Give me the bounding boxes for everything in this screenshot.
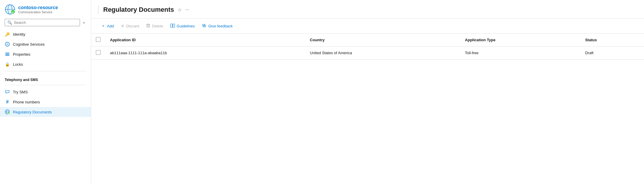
sidebar-item-try-sms[interactable]: Try SMS xyxy=(0,87,91,97)
sidebar-item-cognitive-services[interactable]: Cognitive Services xyxy=(0,39,91,49)
row-checkbox-cell xyxy=(91,47,105,60)
cell-application-id[interactable]: ab111aaa-1111-111a-abaaba11b xyxy=(105,47,305,60)
header-divider xyxy=(98,5,99,14)
cell-application-type: Toll-free xyxy=(460,47,580,60)
regulatory-documents-table: Application ID Country Application Type … xyxy=(91,34,644,60)
guidelines-label: Guidelines xyxy=(177,24,195,28)
sidebar-header: contoso-resource Communication Service xyxy=(0,0,91,18)
sidebar-item-label: Properties xyxy=(13,52,30,57)
globe-reg-icon xyxy=(5,109,10,115)
svg-rect-6 xyxy=(5,54,9,54)
cell-country: United States of America xyxy=(305,47,460,60)
col-country: Country xyxy=(305,34,460,47)
discard-label: Discard xyxy=(126,24,139,28)
guidelines-icon xyxy=(170,24,175,29)
svg-rect-5 xyxy=(5,53,9,53)
guidelines-button[interactable]: Guidelines xyxy=(167,22,198,30)
delete-button[interactable]: Delete xyxy=(143,22,166,30)
sidebar-item-regulatory-documents[interactable]: Regulatory Documents xyxy=(0,107,91,117)
delete-label: Delete xyxy=(152,24,163,28)
sidebar-item-label: Regulatory Documents xyxy=(13,110,52,114)
select-all-checkbox[interactable] xyxy=(96,37,101,42)
header-checkbox-col xyxy=(91,34,105,47)
resource-type: Communication Service xyxy=(18,10,58,14)
toolbar: ＋ Add ✕ Discard Delete xyxy=(91,19,644,34)
feedback-label: Give feedback xyxy=(208,24,233,28)
discard-icon: ✕ xyxy=(121,24,124,28)
sidebar-item-label: Cognitive Services xyxy=(13,42,45,47)
add-label: Add xyxy=(107,24,114,28)
search-area: 🔍 « xyxy=(0,18,91,29)
svg-rect-7 xyxy=(5,55,9,56)
search-input[interactable] xyxy=(14,20,77,25)
divider2 xyxy=(5,85,86,85)
sidebar-item-label: Try SMS xyxy=(13,90,28,94)
sidebar-item-identity[interactable]: 🔑 Identity xyxy=(0,29,91,39)
svg-rect-18 xyxy=(171,24,172,27)
feedback-icon xyxy=(202,24,206,29)
svg-point-3 xyxy=(11,10,15,14)
collapse-button[interactable]: « xyxy=(82,19,86,26)
add-button[interactable]: ＋ Add xyxy=(98,22,117,30)
svg-rect-19 xyxy=(173,24,175,27)
cell-status: Draft xyxy=(580,47,644,60)
resource-name[interactable]: contoso-resource xyxy=(18,5,58,10)
search-icon: 🔍 xyxy=(7,20,12,25)
sidebar: contoso-resource Communication Service 🔍… xyxy=(0,0,91,185)
row-checkbox[interactable] xyxy=(96,50,101,55)
col-application-type: Application Type xyxy=(460,34,580,47)
page-title: Regulatory Documents xyxy=(103,6,174,14)
table-header-row: Application ID Country Application Type … xyxy=(91,34,644,47)
key-icon: 🔑 xyxy=(5,32,10,37)
give-feedback-button[interactable]: Give feedback xyxy=(199,22,236,30)
table-area: Application ID Country Application Type … xyxy=(91,34,644,185)
app-logo xyxy=(5,4,15,15)
sidebar-item-locks[interactable]: 🔒 Locks xyxy=(0,59,91,69)
discard-button[interactable]: ✕ Discard xyxy=(118,22,142,30)
table-row: ab111aaa-1111-111a-abaaba11b United Stat… xyxy=(91,47,644,60)
lock-icon: 🔒 xyxy=(5,62,10,67)
hash-icon: # xyxy=(5,99,10,105)
sidebar-item-label: Phone numbers xyxy=(13,100,40,104)
sidebar-item-label: Locks xyxy=(13,62,23,67)
sms-icon xyxy=(5,89,10,95)
main-header: Regulatory Documents ☆ ··· xyxy=(91,0,644,19)
sidebar-item-properties[interactable]: Properties xyxy=(0,49,91,59)
main-content: Regulatory Documents ☆ ··· ＋ Add ✕ Disca… xyxy=(91,0,644,185)
add-icon: ＋ xyxy=(101,23,105,29)
bars-icon xyxy=(5,52,10,57)
brain-icon xyxy=(5,42,10,47)
telephony-section-label: Telephony and SMS xyxy=(0,73,91,83)
search-box[interactable]: 🔍 xyxy=(5,19,80,26)
col-application-id: Application ID xyxy=(105,34,305,47)
sidebar-item-label: Identity xyxy=(13,32,25,37)
delete-icon xyxy=(146,24,150,29)
col-status: Status xyxy=(580,34,644,47)
svg-rect-13 xyxy=(147,24,150,27)
more-options-icon[interactable]: ··· xyxy=(185,7,189,12)
sidebar-title-block: contoso-resource Communication Service xyxy=(18,5,58,14)
svg-point-12 xyxy=(7,112,10,114)
divider xyxy=(5,71,86,71)
sidebar-item-phone-numbers[interactable]: # Phone numbers xyxy=(0,97,91,107)
favorite-star-icon[interactable]: ☆ xyxy=(178,7,182,13)
